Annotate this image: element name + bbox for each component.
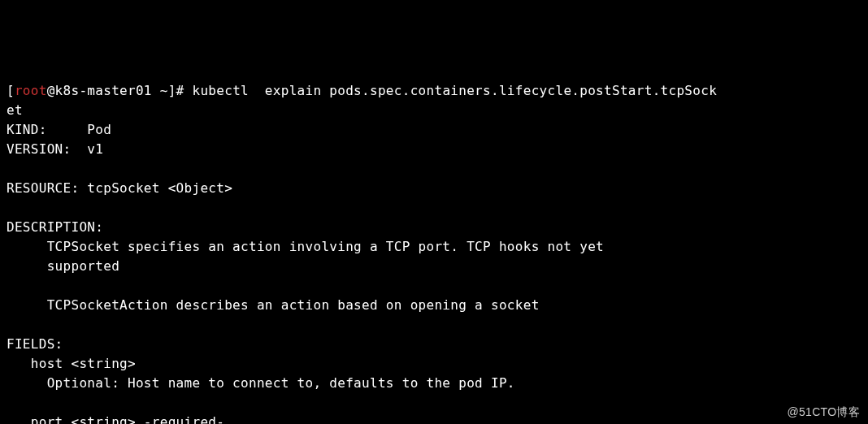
command-text: kubectl explain pods.spec.containers.lif… bbox=[192, 83, 717, 98]
prompt-user: root bbox=[15, 83, 47, 98]
description-text: TCPSocketAction describes an action base… bbox=[7, 297, 540, 313]
command-wrap: et bbox=[7, 102, 23, 118]
terminal-output: [root@k8s-master01 ~]# kubectl explain p… bbox=[7, 81, 861, 424]
kind-line: KIND: Pod bbox=[7, 122, 111, 137]
prompt-host: @k8s-master01 ~]# bbox=[47, 83, 193, 98]
description-header: DESCRIPTION: bbox=[7, 219, 103, 235]
description-text: TCPSocket specifies an action involving … bbox=[7, 239, 604, 254]
resource-line: RESOURCE: tcpSocket <Object> bbox=[7, 180, 232, 196]
field-host-desc: Optional: Host name to connect to, defau… bbox=[7, 375, 515, 391]
prompt-line[interactable]: [root@k8s-master01 ~]# kubectl explain p… bbox=[7, 83, 717, 98]
field-port: port <string> -required- bbox=[7, 414, 224, 424]
fields-header: FIELDS: bbox=[7, 336, 63, 352]
field-host: host <string> bbox=[7, 356, 136, 371]
version-line: VERSION: v1 bbox=[7, 141, 103, 157]
description-text: supported bbox=[7, 258, 119, 274]
prompt-bracket-open: [ bbox=[7, 83, 15, 98]
watermark-text: @51CTO博客 bbox=[788, 404, 860, 421]
